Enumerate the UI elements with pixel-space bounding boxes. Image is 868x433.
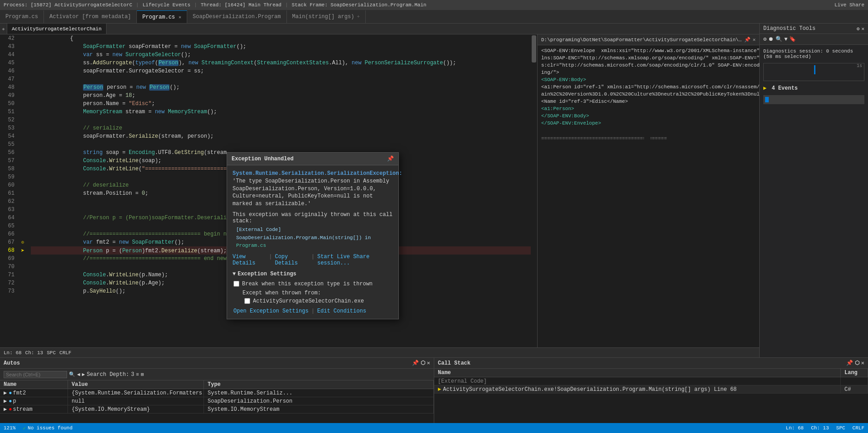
break-checkbox-row: Break when this exception type is thrown (233, 281, 393, 287)
autos-row-stream: ▶ ● stream {System.IO.MemoryStream} Syst… (0, 405, 434, 414)
code-line-52 (31, 116, 537, 124)
tab-program-cs-active[interactable]: Program.cs ✕ (137, 10, 187, 23)
callstack-name-main: ► ActivitySurrogateSelectorChain.exe!Soa… (434, 385, 841, 393)
thread-label[interactable]: Thread: [16424] Main Thread (201, 2, 281, 8)
tab-main-args[interactable]: Main(string[] args) + (287, 10, 366, 23)
secondary-tab-bar: ◈ ActivitySurrogateSelectorChain (0, 24, 759, 34)
arrow-indicator-icon: ➤ (21, 247, 24, 255)
diagnostic-panel-title: Diagnostic Tools ⚙ ✕ (760, 24, 868, 34)
popup-title: Exception Unhandled (232, 156, 294, 162)
current-frame-icon: ► (438, 386, 441, 393)
code-line-45: ss.AddSurrogate(typeof(Person), new Stre… (31, 59, 537, 67)
xml-scrollbar[interactable] (644, 101, 650, 282)
autos-title: Autos (4, 360, 20, 366)
copy-details-link[interactable]: Copy Details (275, 254, 308, 266)
autos-name-p: ▶ ● p (0, 397, 68, 405)
autos-pin-icon[interactable]: 📌 (412, 360, 419, 366)
tab-soap-deserialization[interactable]: SoapDeserialization.Program (187, 10, 286, 23)
break-label: Break when this exception type is thrown (242, 281, 373, 287)
tab-close-icon[interactable]: ✕ (179, 14, 181, 20)
exception-settings-body: Break when this exception type is thrown… (233, 281, 393, 314)
title-bar: Process: [15872] ActivitySurrogateSelect… (0, 0, 868, 10)
break-checkbox[interactable] (233, 281, 239, 287)
exception-settings-header[interactable]: ▼ Exception Settings (233, 271, 393, 277)
diag-bookmark-btn[interactable]: 🔖 (789, 36, 796, 43)
autos-panel: Autos 📌 ⬡ ✕ 🔍 ◀ ▶ Search Depth: 3 ≡ ⊞ Na… (0, 358, 434, 423)
code-line-53: // serialize (31, 124, 537, 132)
footer-links: Open Exception Settings | Edit Condition… (233, 308, 393, 314)
tab-program-cs-1[interactable]: Program.cs (0, 10, 44, 23)
autos-table-header: Name Value Type (0, 380, 434, 389)
autos-float-icon[interactable]: ⬡ (421, 360, 425, 366)
edit-conditions-link[interactable]: Edit Conditions (317, 308, 366, 314)
stackframe-label[interactable]: Stack Frame: SoapDeserialization.Program… (292, 2, 427, 8)
zoom-level: 121% (4, 425, 15, 431)
callstack-col-name: Name (434, 369, 841, 377)
call-stack-panel: Call Stack 📌 ⬡ ✕ Name Lang [External Cod… (434, 358, 868, 423)
process-label: Process: [15872] ActivitySurrogateSelect… (4, 2, 132, 8)
popup-pin-icon[interactable]: 📌 (387, 155, 394, 162)
view-details-link[interactable]: View Details (233, 254, 266, 266)
popup-body: System.Runtime.Serialization.Serializati… (227, 165, 398, 319)
diag-events-label: ▶ 4 Events (761, 83, 866, 93)
xml-panel-close[interactable]: ✕ (752, 37, 756, 43)
callstack-table-body: [External Code] ► ActivitySurrogateSelec… (434, 377, 868, 394)
autos-val-fmt2: {System.Runtime.Serialization.Formatters… (68, 389, 204, 397)
section-arrow-icon: ▼ (233, 271, 236, 277)
except-item-label: ActivitySurrogateSelectorChain.exe (253, 298, 364, 304)
diag-settings-icon[interactable]: ⚙ (857, 26, 860, 32)
code-line-51: MemoryStream stream = new MemoryStream()… (31, 108, 537, 116)
program-cs-link[interactable]: Program.cs (236, 243, 266, 248)
except-item-row: ActivitySurrogateSelectorChain.exe (244, 298, 393, 304)
issues-status[interactable]: ✓ No issues found (23, 425, 73, 431)
diag-record-btn[interactable]: ⏺ (768, 36, 774, 43)
live-share-link[interactable]: Start Live Share session... (317, 254, 393, 266)
callstack-lang-main: C# (841, 385, 868, 393)
filter-icon[interactable]: ≡ (136, 372, 139, 377)
exception-message: System.Runtime.Serialization.Serializati… (233, 170, 393, 208)
code-line-48: Person person = new Person(); (31, 83, 537, 91)
editor-scrollbar[interactable] (531, 34, 537, 347)
callstack-close-icon[interactable]: ✕ (861, 360, 864, 366)
xml-panel-pin[interactable]: 📌 (744, 37, 751, 43)
expand-p-icon[interactable]: ▶ (4, 398, 7, 404)
expand-stream-icon[interactable]: ▶ (4, 406, 7, 413)
diag-settings-btn[interactable]: ⚙ (763, 36, 766, 43)
expand-fmt2-icon[interactable]: ▶ (4, 390, 7, 396)
section-label: Exception Settings (238, 271, 296, 277)
except-item-checkbox[interactable] (244, 298, 250, 304)
callstack-table-header: Name Lang (434, 369, 868, 377)
search-depth-value: 3 (131, 371, 134, 378)
layout-icon[interactable]: ⊞ (141, 371, 144, 377)
diag-filter-btn[interactable]: ▼ (784, 36, 787, 43)
col-type: Type (204, 380, 434, 389)
tab-activator[interactable]: Activator [from metadata] (44, 10, 137, 23)
autos-toolbar: 🔍 ◀ ▶ Search Depth: 3 ≡ ⊞ (0, 369, 434, 380)
lifecycle-label[interactable]: Lifecycle Events (142, 2, 190, 8)
search-depth-label: Search Depth: (87, 371, 129, 378)
nav-forward-icon[interactable]: ▶ (82, 371, 85, 377)
breakpoint-icon[interactable]: ⊙ (21, 240, 24, 245)
ch-status: Ch: 13 (25, 350, 44, 356)
liveshare-label[interactable]: Live Share (834, 2, 864, 8)
editor-status: Ln: 68 Ch: 13 SPC CRLF (0, 347, 759, 357)
open-exception-settings-link[interactable]: Open Exception Settings (233, 308, 309, 314)
callstack-pin-icon[interactable]: 📌 (846, 360, 853, 366)
callstack-float-icon[interactable]: ⬡ (855, 360, 859, 366)
nav-back-icon[interactable]: ◀ (77, 371, 80, 377)
search-icon[interactable]: 🔍 (69, 371, 75, 377)
main-tab-bar: Program.cs Activator [from metadata] Pro… (0, 10, 868, 24)
diag-session-label: Diagnostics session: 0 seconds (58 ms se… (761, 47, 866, 61)
code-line-49: person.Age = 18; (31, 91, 537, 100)
xml-path: D:\programing\DotNet\SoapFormatter\Activ… (541, 37, 744, 43)
autos-close-icon[interactable]: ✕ (427, 360, 430, 366)
sec-tab-activity-surrogate[interactable]: ActivitySurrogateSelectorChain (7, 24, 107, 34)
diag-close-icon[interactable]: ✕ (861, 26, 864, 32)
autos-search-input[interactable] (4, 371, 67, 378)
diag-search-btn[interactable]: 🔍 (776, 36, 782, 43)
xml-panel: D:\programing\DotNet\SoapFormatter\Activ… (537, 34, 759, 347)
events-arrow-icon[interactable]: ▶ (763, 85, 766, 91)
popup-header: Exception Unhandled 📌 (227, 153, 398, 165)
code-line-46: soapFormatter.SurrogateSelector = ss; (31, 67, 537, 75)
callstack-item-2: SoapDeserialization.Program.Main(string[… (236, 234, 393, 250)
